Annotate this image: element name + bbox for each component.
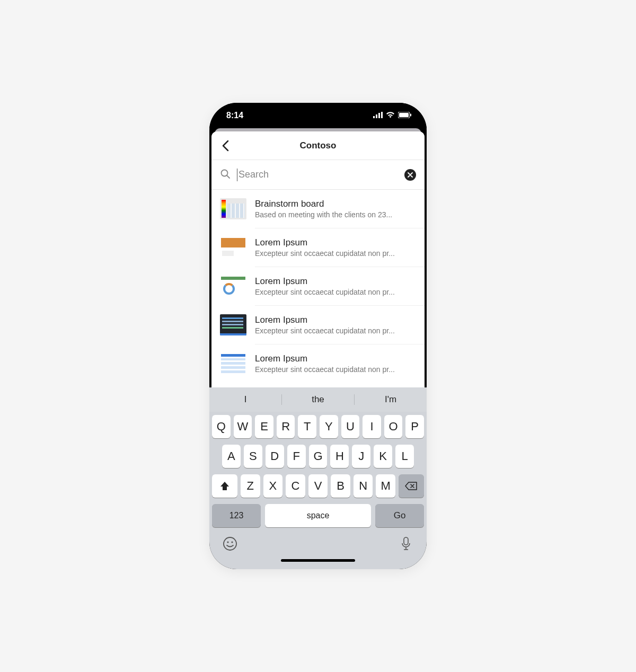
key-x[interactable]: X	[263, 474, 283, 498]
key-w[interactable]: W	[234, 415, 252, 438]
on-screen-keyboard: I the I'm Q W E R T Y U I O P A S D F	[209, 387, 427, 569]
prediction-suggestion[interactable]: I'm	[354, 394, 427, 405]
result-subtitle: Based on meeting with the clients on 23.…	[255, 210, 416, 219]
result-text: Lorem Ipsum Excepteur sint occaecat cupi…	[255, 237, 416, 258]
page-title: Contoso	[300, 140, 337, 151]
svg-rect-2	[378, 113, 380, 118]
dictation-button[interactable]	[398, 536, 414, 552]
key-i[interactable]: I	[363, 415, 381, 438]
result-title: Lorem Ipsum	[255, 237, 416, 248]
microphone-icon	[401, 536, 411, 551]
svg-point-10	[227, 541, 228, 543]
result-item[interactable]: Lorem Ipsum Excepteur sint occaecat cupi…	[211, 344, 425, 383]
key-s[interactable]: S	[244, 445, 262, 468]
wifi-icon	[386, 111, 395, 120]
result-title: Brainstorm board	[255, 199, 416, 209]
key-m[interactable]: M	[376, 474, 395, 498]
result-item[interactable]: Lorem Ipsum Excepteur sint occaecat cupi…	[211, 228, 425, 267]
result-subtitle: Excepteur sint occaecat cupidatat non pr…	[255, 365, 416, 374]
numeric-key[interactable]: 123	[212, 504, 261, 527]
result-thumbnail	[220, 276, 246, 297]
result-item[interactable]: Lorem Ipsum Excepteur sint occaecat cupi…	[211, 306, 425, 344]
key-row-3: Z X C V B N M	[209, 471, 427, 501]
key-b[interactable]: B	[331, 474, 350, 498]
search-icon	[220, 169, 231, 181]
page-canvas: 8:14 Contoso	[0, 0, 636, 672]
key-r[interactable]: R	[277, 415, 295, 438]
result-subtitle: Excepteur sint occaecat cupidatat non pr…	[255, 326, 416, 335]
svg-rect-12	[404, 537, 408, 545]
svg-rect-0	[373, 116, 375, 118]
status-bar: 8:14	[209, 103, 427, 128]
search-input[interactable]	[237, 169, 398, 181]
key-row-1: Q W E R T Y U I O P	[209, 412, 427, 441]
keyboard-footer	[209, 530, 427, 554]
key-d[interactable]: D	[266, 445, 284, 468]
space-key[interactable]: space	[265, 504, 371, 527]
go-key[interactable]: Go	[375, 504, 424, 527]
key-q[interactable]: Q	[212, 415, 231, 438]
home-indicator[interactable]	[281, 559, 355, 562]
prediction-suggestion[interactable]: the	[281, 394, 354, 405]
result-item[interactable]: Brainstorm board Based on meeting with t…	[211, 190, 425, 228]
result-title: Lorem Ipsum	[255, 276, 416, 287]
clear-search-button[interactable]	[404, 169, 416, 181]
svg-line-8	[227, 175, 229, 178]
result-subtitle: Excepteur sint occaecat cupidatat non pr…	[255, 249, 416, 258]
svg-point-9	[224, 537, 236, 550]
app-sheet: Contoso Brainstorm board Based on meetin…	[211, 131, 425, 426]
svg-rect-5	[399, 113, 409, 117]
signal-icon	[373, 111, 383, 120]
result-text: Lorem Ipsum Excepteur sint occaecat cupi…	[255, 276, 416, 296]
key-z[interactable]: Z	[241, 474, 260, 498]
result-thumbnail	[220, 198, 246, 219]
key-p[interactable]: P	[405, 415, 424, 438]
backspace-key[interactable]	[399, 474, 424, 498]
key-n[interactable]: N	[354, 474, 373, 498]
result-text: Lorem Ipsum Excepteur sint occaecat cupi…	[255, 353, 416, 374]
svg-rect-3	[381, 112, 383, 118]
search-bar	[211, 160, 425, 190]
search-results: Brainstorm board Based on meeting with t…	[211, 190, 425, 383]
key-k[interactable]: K	[374, 445, 392, 468]
result-subtitle: Excepteur sint occaecat cupidatat non pr…	[255, 288, 416, 296]
key-l[interactable]: L	[395, 445, 414, 468]
key-f[interactable]: F	[287, 445, 306, 468]
result-text: Brainstorm board Based on meeting with t…	[255, 199, 416, 219]
key-t[interactable]: T	[298, 415, 316, 438]
result-thumbnail	[220, 353, 246, 374]
key-y[interactable]: Y	[320, 415, 338, 438]
key-o[interactable]: O	[384, 415, 403, 438]
key-u[interactable]: U	[341, 415, 360, 438]
result-thumbnail	[220, 314, 246, 335]
status-time: 8:14	[226, 111, 243, 120]
key-row-4: 123 space Go	[209, 501, 427, 530]
navigation-bar: Contoso	[211, 131, 425, 160]
phone-frame: 8:14 Contoso	[209, 103, 427, 569]
chevron-left-icon	[222, 140, 229, 152]
key-j[interactable]: J	[352, 445, 370, 468]
result-thumbnail	[220, 237, 246, 258]
key-c[interactable]: C	[286, 474, 305, 498]
svg-point-11	[231, 541, 233, 543]
key-h[interactable]: H	[330, 445, 349, 468]
key-v[interactable]: V	[308, 474, 328, 498]
back-button[interactable]	[219, 139, 232, 152]
prediction-suggestion[interactable]: I	[209, 394, 281, 405]
close-icon	[408, 172, 413, 178]
result-text: Lorem Ipsum Excepteur sint occaecat cupi…	[255, 315, 416, 335]
shift-key[interactable]	[212, 474, 237, 498]
emoji-button[interactable]	[222, 536, 238, 552]
key-e[interactable]: E	[255, 415, 273, 438]
result-item[interactable]: Lorem Ipsum Excepteur sint occaecat cupi…	[211, 267, 425, 305]
svg-rect-6	[410, 114, 411, 117]
key-g[interactable]: G	[309, 445, 328, 468]
status-icons	[373, 111, 412, 120]
prediction-bar: I the I'm	[209, 387, 427, 412]
result-title: Lorem Ipsum	[255, 353, 416, 364]
key-a[interactable]: A	[222, 445, 241, 468]
emoji-icon	[223, 536, 237, 551]
svg-rect-1	[376, 114, 377, 118]
battery-icon	[398, 111, 412, 120]
key-row-2: A S D F G H J K L	[209, 441, 427, 471]
